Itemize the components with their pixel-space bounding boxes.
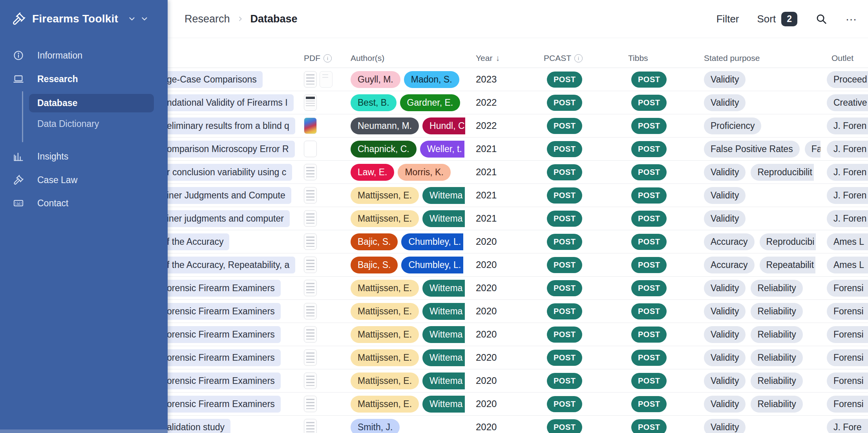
purpose-chip[interactable]: Validity: [704, 396, 746, 413]
purpose-chip[interactable]: Validity: [704, 419, 746, 433]
pdf-file-icon[interactable]: [304, 164, 317, 180]
pdf-file-icon[interactable]: [304, 94, 317, 111]
author-chip[interactable]: Bajic, S.: [351, 233, 398, 250]
author-chip[interactable]: Mattijssen, E.: [351, 187, 419, 204]
breadcrumb-parent[interactable]: Research: [185, 13, 230, 25]
purpose-chip[interactable]: Validity: [704, 164, 746, 181]
purpose-chip[interactable]: Validity: [704, 210, 746, 227]
author-chip[interactable]: Weller, t.: [420, 141, 464, 158]
author-chip[interactable]: Wittema: [422, 210, 465, 227]
author-chip[interactable]: Guyll, M.: [351, 71, 400, 88]
title-cell[interactable]: iner Judgments and Compute: [161, 184, 302, 207]
authors-cell[interactable]: Bajic, S.Chumbley, L.: [351, 253, 465, 276]
pdf-file-icon[interactable]: [304, 326, 317, 343]
title-cell[interactable]: orensic Firearm Examiners: [161, 393, 302, 415]
sidebar-item-database[interactable]: Database: [0, 94, 168, 112]
pdf-file-icon[interactable]: [304, 71, 317, 88]
pdf-cell[interactable]: [304, 161, 347, 183]
title-cell[interactable]: f the Accuracy: [161, 230, 302, 253]
authors-cell[interactable]: Mattijssen, E.Wittema: [351, 323, 465, 346]
authors-cell[interactable]: Mattijssen, E.Wittema: [351, 346, 465, 369]
title-cell[interactable]: ndational Validity of Firearms I: [161, 91, 302, 114]
purpose-chip[interactable]: Reliability: [751, 303, 802, 320]
pdf-cell[interactable]: [304, 68, 347, 91]
purpose-chip[interactable]: Reliability: [751, 349, 802, 366]
pdf-file-icon[interactable]: [304, 280, 317, 296]
author-chip[interactable]: Wittema: [422, 280, 465, 297]
authors-cell[interactable]: Smith, J.: [351, 416, 465, 433]
sidebar-item-research[interactable]: Research: [0, 70, 168, 88]
author-chip[interactable]: Best, B.: [351, 94, 397, 111]
column-header-authors[interactable]: Author(s): [351, 53, 384, 63]
column-header-outlet[interactable]: Outlet: [831, 53, 853, 63]
author-chip[interactable]: Chumbley, L.: [401, 233, 463, 250]
purpose-chip[interactable]: Validity: [704, 94, 746, 111]
filter-button[interactable]: Filter: [716, 13, 739, 25]
purpose-chip[interactable]: Validity: [704, 326, 746, 343]
purpose-chip[interactable]: Validity: [704, 71, 746, 88]
workspace-header[interactable]: Firearms Toolkit: [12, 12, 149, 26]
chevron-down-icon[interactable]: [140, 15, 149, 23]
purpose-chip[interactable]: Accuracy: [704, 233, 755, 250]
author-chip[interactable]: Gardner, E.: [400, 94, 460, 111]
purpose-chip[interactable]: Reliability: [751, 326, 802, 343]
purpose-chip[interactable]: Proficiency: [704, 117, 761, 134]
purpose-chip[interactable]: Validity: [704, 303, 746, 320]
authors-cell[interactable]: Mattijssen, E.Wittema: [351, 184, 465, 207]
authors-cell[interactable]: Guyll, M.Madon, S.: [351, 68, 465, 91]
pdf-cell[interactable]: [304, 277, 347, 299]
purpose-chip[interactable]: Reliability: [751, 372, 802, 389]
purpose-chip[interactable]: Reliability: [751, 280, 802, 297]
purpose-chip[interactable]: Reliability: [751, 396, 802, 413]
purpose-chip[interactable]: Validity: [704, 349, 746, 366]
pdf-file-icon[interactable]: [304, 419, 317, 433]
authors-cell[interactable]: Mattijssen, E.Wittema: [351, 393, 465, 415]
title-cell[interactable]: omparison Microscopy Error R: [161, 138, 302, 160]
info-icon[interactable]: i: [574, 54, 583, 62]
pdf-file-icon[interactable]: [320, 71, 333, 88]
purpose-chip[interactable]: Validity: [704, 280, 746, 297]
info-icon[interactable]: i: [323, 54, 332, 62]
column-header-pcast[interactable]: PCAST i: [544, 53, 583, 63]
author-chip[interactable]: Wittema: [422, 326, 465, 343]
author-chip[interactable]: Morris, K.: [398, 164, 450, 181]
pdf-cell[interactable]: [304, 416, 347, 433]
column-header-tibbs[interactable]: Tibbs: [628, 53, 648, 63]
column-header-year[interactable]: Year ↓: [476, 53, 500, 63]
purpose-chip[interactable]: Reproducibi: [760, 233, 816, 250]
sort-button[interactable]: Sort 2: [757, 12, 797, 26]
title-cell[interactable]: eliminary results from a blind q: [161, 114, 302, 137]
pdf-file-icon[interactable]: [304, 372, 317, 389]
author-chip[interactable]: Chumbley, L.: [401, 257, 463, 273]
pdf-cell[interactable]: [304, 393, 347, 415]
author-chip[interactable]: Wittema: [422, 349, 465, 366]
authors-cell[interactable]: Bajic, S.Chumbley, L.: [351, 230, 465, 253]
pdf-file-icon[interactable]: [304, 349, 317, 366]
sidebar-item-insights[interactable]: Insights: [0, 147, 168, 165]
purpose-chip[interactable]: Reproducibilit: [751, 164, 813, 181]
pdf-file-icon[interactable]: [304, 396, 317, 412]
sidebar-item-contact[interactable]: Contact: [0, 194, 168, 212]
column-header-pdf[interactable]: PDF i: [304, 53, 332, 63]
pdf-cell[interactable]: [304, 253, 347, 276]
title-cell[interactable]: orensic Firearm Examiners: [161, 323, 302, 346]
purpose-chip[interactable]: Accuracy: [704, 257, 755, 273]
author-chip[interactable]: Law, E.: [351, 164, 394, 181]
author-chip[interactable]: Hundl, C: [422, 117, 465, 134]
pdf-file-icon[interactable]: [304, 210, 317, 227]
sidebar-item-data-dictionary[interactable]: Data Dictionary: [0, 115, 168, 133]
author-chip[interactable]: Mattijssen, E.: [351, 210, 419, 227]
pdf-file-icon[interactable]: [304, 141, 317, 157]
author-chip[interactable]: Mattijssen, E.: [351, 280, 419, 297]
author-chip[interactable]: Mattijssen, E.: [351, 372, 419, 389]
title-cell[interactable]: orensic Firearm Examiners: [161, 346, 302, 369]
purpose-chip[interactable]: False Positive Rates: [704, 141, 800, 158]
sidebar-item-case-law[interactable]: Case Law: [0, 171, 168, 189]
authors-cell[interactable]: Best, B.Gardner, E.: [351, 91, 465, 114]
pdf-cell[interactable]: [304, 323, 347, 346]
pdf-cell[interactable]: [304, 369, 347, 392]
pdf-cell[interactable]: [304, 230, 347, 253]
pdf-cell[interactable]: [304, 207, 347, 230]
author-chip[interactable]: Wittema: [422, 187, 465, 204]
author-chip[interactable]: Mattijssen, E.: [351, 396, 419, 413]
